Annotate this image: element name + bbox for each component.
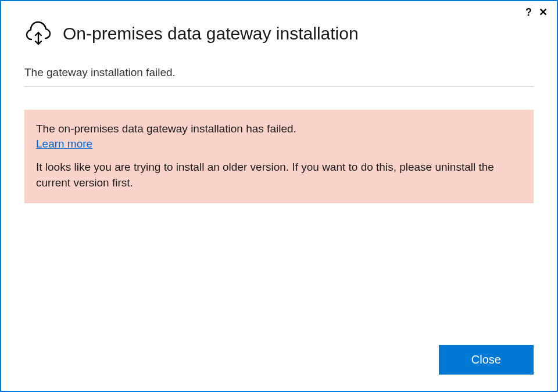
help-icon[interactable]: ? xyxy=(525,7,532,17)
error-detail: It looks like you are trying to install … xyxy=(36,160,522,190)
footer: Close xyxy=(1,333,557,391)
installer-window: ? ✕ On-premises data gateway installatio… xyxy=(0,0,558,392)
error-panel: The on-premises data gateway installatio… xyxy=(24,110,534,203)
cloud-arrow-icon xyxy=(24,19,52,49)
error-title: The on-premises data gateway installatio… xyxy=(36,123,522,135)
learn-more-link[interactable]: Learn more xyxy=(36,138,92,150)
titlebar-controls: ? ✕ xyxy=(525,7,549,17)
content-area: The gateway installation failed. The on-… xyxy=(1,55,557,333)
status-message: The gateway installation failed. xyxy=(24,66,534,87)
close-button[interactable]: Close xyxy=(439,345,534,375)
header: On-premises data gateway installation xyxy=(1,1,557,55)
close-icon[interactable]: ✕ xyxy=(538,7,549,17)
page-title: On-premises data gateway installation xyxy=(63,24,359,44)
